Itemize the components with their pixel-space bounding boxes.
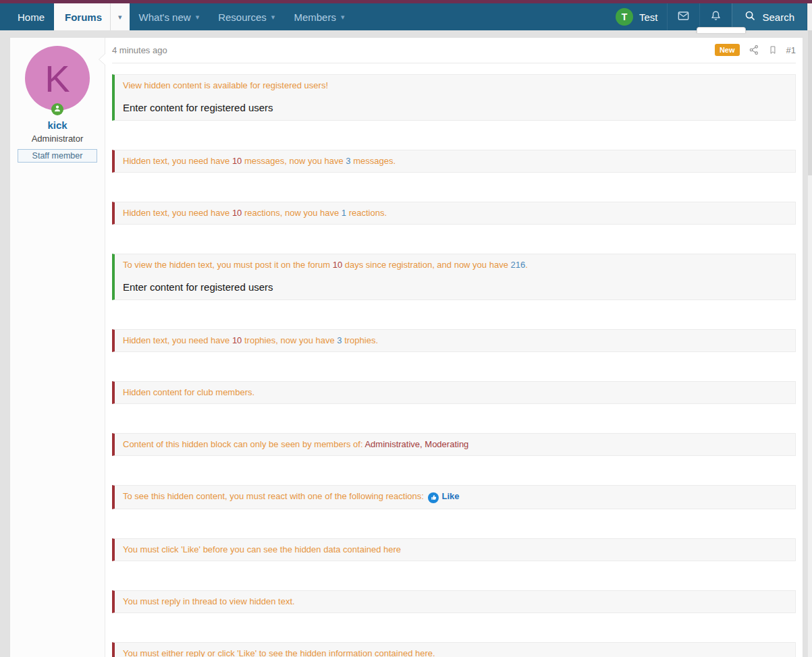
hidden-block-title: View hidden content is available for reg… (123, 80, 787, 91)
chevron-down-icon: ▾ (196, 13, 200, 21)
like-reaction-label[interactable]: Like (441, 491, 459, 501)
hidden-block-text: Administrative, Moderating (364, 439, 468, 449)
nav-item-forums-label[interactable]: Forums (54, 3, 110, 30)
message-header: 4 minutes ago New #1 (112, 38, 796, 63)
person-icon (53, 103, 61, 115)
hidden-block: View hidden content is available for reg… (112, 74, 796, 121)
hidden-block-title: Content of this hidden block can only be… (123, 439, 787, 450)
envelope-icon (677, 9, 690, 25)
hidden-block-text: Content of this hidden block can only be… (123, 439, 364, 449)
hidden-block-text: 216 (511, 260, 526, 270)
alerts-button[interactable] (699, 3, 732, 30)
hidden-block-text: You must either reply or click 'Like' to… (123, 648, 435, 657)
hidden-block: Hidden text, you need have 10 trophies, … (112, 329, 796, 352)
hidden-block-text: To see this hidden content, you must rea… (123, 491, 426, 501)
hidden-block-text: days since registration, and now you hav… (342, 260, 510, 270)
chevron-down-icon[interactable]: ▾ (110, 3, 130, 30)
scrollbar-track (807, 3, 812, 657)
hidden-block-text: trophies. (342, 335, 378, 345)
hidden-block: You must either reply or click 'Like' to… (112, 642, 796, 657)
hidden-block-text: To view the hidden text, you must post i… (123, 260, 333, 270)
member-role: Administrator (10, 134, 105, 144)
hidden-block-text: 10 (232, 156, 242, 166)
hidden-block-text: trophies, now you have (242, 335, 337, 345)
search-label: Search (762, 11, 794, 23)
hidden-block: Hidden content for club members. (112, 381, 796, 404)
hidden-block: Hidden text, you need have 10 reactions,… (112, 202, 796, 225)
hidden-block-title: You must reply in thread to view hidden … (123, 596, 787, 607)
hidden-block-title: You must either reply or click 'Like' to… (123, 648, 787, 657)
conversations-button[interactable] (667, 3, 699, 30)
hidden-block: You must click 'Like' before you can see… (112, 538, 796, 561)
hidden-block: You must reply in thread to view hidden … (112, 590, 796, 613)
hidden-block-title: Hidden text, you need have 10 trophies, … (123, 335, 787, 346)
hidden-block-text: You must click 'Like' before you can see… (123, 544, 401, 554)
hidden-block-text: Hidden content for club members. (123, 387, 254, 397)
hidden-block-text: 10 (232, 335, 242, 345)
new-badge: New (715, 44, 740, 56)
post-number-link[interactable]: #1 (786, 45, 796, 55)
nav-item-home[interactable]: Home (8, 3, 54, 30)
search-icon (745, 10, 756, 24)
hidden-block-title: To view the hidden text, you must post i… (123, 260, 787, 270)
message-content-cell: 4 minutes ago New #1 View hidden content (105, 38, 803, 657)
nav-item-resources[interactable]: Resources ▾ (209, 3, 284, 30)
member-username[interactable]: kick (10, 119, 105, 131)
scrollbar-thumb[interactable] (808, 30, 812, 175)
hidden-block: Content of this hidden block can only be… (112, 433, 796, 456)
thread-post: K kick Administrator Staff member 4 minu… (9, 37, 803, 657)
hidden-block-text: Hidden text, you need have (123, 335, 232, 345)
hidden-block-text: reactions. (346, 208, 387, 218)
staff-member-banner: Staff member (18, 149, 97, 163)
primary-nav: Home Forums ▾ What's new ▾ Resources ▾ M… (8, 3, 354, 30)
hidden-blocks: View hidden content is available for reg… (112, 74, 796, 657)
hidden-block: To see this hidden content, you must rea… (112, 485, 796, 509)
message-header-actions: New #1 (715, 44, 796, 56)
hidden-block-text: . (525, 260, 528, 270)
member-avatar[interactable]: K (25, 46, 90, 111)
hidden-block-title: Hidden content for club members. (123, 387, 787, 398)
nav-item-forums[interactable]: Forums ▾ (54, 3, 130, 30)
user-name-label: Test (639, 11, 658, 23)
hidden-block-text: 10 (232, 208, 242, 218)
hidden-block-content: Enter content for registered users (123, 101, 787, 115)
chevron-down-icon: ▾ (271, 13, 275, 21)
nav-item-members[interactable]: Members ▾ (284, 3, 354, 30)
like-reaction-icon[interactable] (428, 492, 439, 503)
hidden-block-text: Hidden text, you need have (123, 156, 232, 166)
share-icon[interactable] (749, 45, 759, 55)
chevron-down-icon: ▾ (341, 13, 345, 21)
hidden-block-text: You must reply in thread to view hidden … (123, 596, 295, 606)
dropdown-popup-edge (697, 27, 746, 33)
message-user-cell: K kick Administrator Staff member (10, 38, 105, 657)
hidden-block-text: Hidden text, you need have (123, 208, 232, 218)
message-bubble-arrow (99, 53, 105, 65)
hidden-block-text: 3 (337, 335, 342, 345)
hidden-block-title: Hidden text, you need have 10 messages, … (123, 156, 787, 167)
hidden-block: To view the hidden text, you must post i… (112, 254, 796, 300)
bookmark-icon[interactable] (768, 45, 778, 55)
hidden-block-text: reactions, now you have (242, 208, 341, 218)
hidden-block-title: To see this hidden content, you must rea… (123, 491, 787, 503)
hidden-block-title: Hidden text, you need have 10 reactions,… (123, 208, 787, 219)
online-status-badge (51, 103, 63, 115)
avatar-wrap: K (25, 46, 90, 111)
hidden-block-text: messages, now you have (242, 156, 346, 166)
hidden-block-text: View hidden content is available for reg… (123, 80, 328, 90)
hidden-block-content: Enter content for registered users (123, 280, 787, 294)
hidden-block-text: 3 (346, 156, 350, 166)
user-avatar[interactable]: T (616, 8, 633, 26)
hidden-block-text: messages. (351, 156, 396, 166)
post-timestamp[interactable]: 4 minutes ago (112, 45, 167, 55)
hidden-block-text: 10 (333, 260, 342, 270)
bell-icon (709, 9, 722, 25)
hidden-block-title: You must click 'Like' before you can see… (123, 544, 787, 555)
navbar-user-area: T Test Search (606, 3, 807, 30)
account-menu-button[interactable]: T Test (606, 3, 668, 30)
main-navbar: Home Forums ▾ What's new ▾ Resources ▾ M… (0, 3, 812, 30)
nav-item-whats-new[interactable]: What's new ▾ (130, 3, 209, 30)
hidden-block-text: 1 (342, 208, 346, 218)
search-button[interactable]: Search (732, 3, 807, 30)
hidden-block: Hidden text, you need have 10 messages, … (112, 150, 796, 173)
